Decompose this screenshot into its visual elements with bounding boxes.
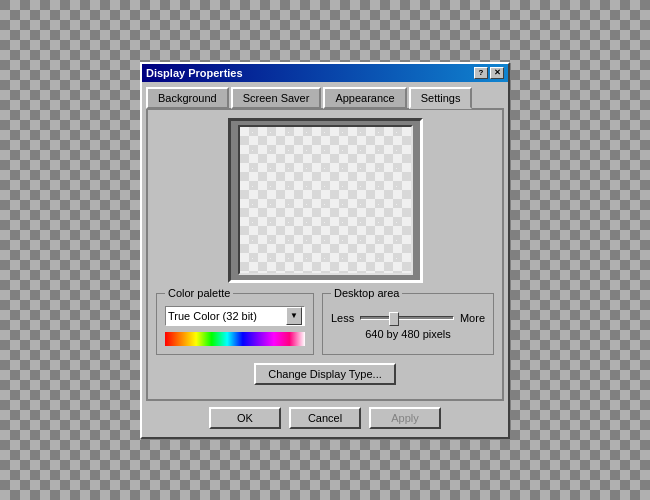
monitor-preview-area xyxy=(156,118,494,283)
desktop-area-group: Desktop area Less More 640 by 480 pixels xyxy=(322,293,494,355)
tab-screensaver[interactable]: Screen Saver xyxy=(231,87,322,109)
resolution-slider-track xyxy=(360,316,454,320)
close-button[interactable]: ✕ xyxy=(490,67,504,79)
dialog-buttons: OK Cancel Apply xyxy=(142,401,508,437)
help-button[interactable]: ? xyxy=(474,67,488,79)
checker-pattern xyxy=(240,127,411,273)
tab-appearance[interactable]: Appearance xyxy=(323,87,406,109)
less-label: Less xyxy=(331,312,354,324)
dropdown-arrow-button[interactable]: ▼ xyxy=(286,307,302,325)
bottom-section: Color palette True Color (32 bit) ▼ Desk… xyxy=(156,293,494,355)
color-palette-group: Color palette True Color (32 bit) ▼ xyxy=(156,293,314,355)
tab-content-settings: Color palette True Color (32 bit) ▼ Desk… xyxy=(146,108,504,401)
monitor-screen xyxy=(238,125,413,275)
resolution-slider-thumb[interactable] xyxy=(389,312,399,326)
dialog-title: Display Properties xyxy=(146,67,243,79)
desktop-area-label: Desktop area xyxy=(331,287,402,299)
chevron-down-icon: ▼ xyxy=(290,311,298,320)
color-palette-dropdown[interactable]: True Color (32 bit) ▼ xyxy=(165,306,305,326)
apply-button[interactable]: Apply xyxy=(369,407,441,429)
more-label: More xyxy=(460,312,485,324)
color-spectrum-bar xyxy=(165,332,305,346)
cancel-button[interactable]: Cancel xyxy=(289,407,361,429)
dropdown-value: True Color (32 bit) xyxy=(168,310,286,322)
monitor-outer xyxy=(228,118,423,283)
color-palette-label: Color palette xyxy=(165,287,233,299)
display-properties-dialog: Display Properties ? ✕ Background Screen… xyxy=(140,62,510,439)
tabs-container: Background Screen Saver Appearance Setti… xyxy=(142,82,508,108)
resolution-slider-row: Less More xyxy=(331,312,485,324)
title-bar: Display Properties ? ✕ xyxy=(142,64,508,82)
change-display-type-button[interactable]: Change Display Type... xyxy=(254,363,396,385)
color-palette-dropdown-container: True Color (32 bit) ▼ xyxy=(165,306,305,326)
tab-background[interactable]: Background xyxy=(146,87,229,109)
tab-settings[interactable]: Settings xyxy=(409,87,473,109)
ok-button[interactable]: OK xyxy=(209,407,281,429)
resolution-text: 640 by 480 pixels xyxy=(331,328,485,340)
title-bar-buttons: ? ✕ xyxy=(474,67,504,79)
